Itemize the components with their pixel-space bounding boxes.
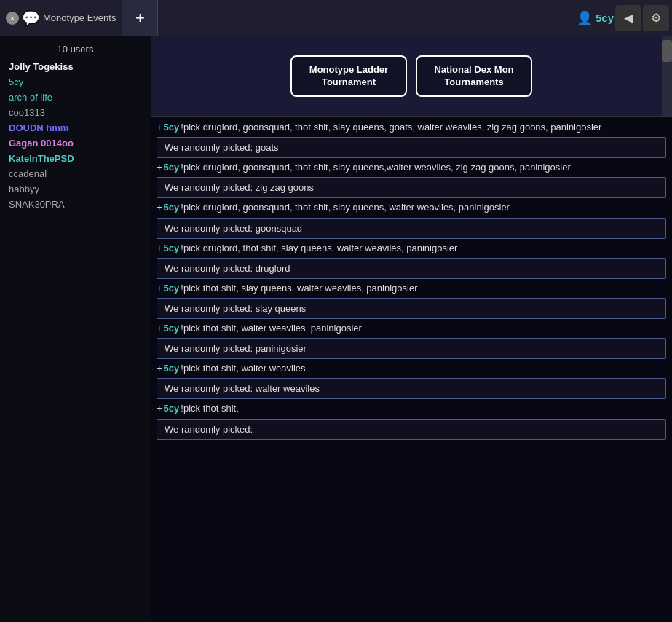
username-display: 👤 5cy bbox=[577, 10, 614, 26]
volume-icon: ◀ bbox=[624, 11, 633, 25]
top-bar: × 💬 Monotype Events + 👤 5cy ◀ ⚙ bbox=[0, 0, 672, 36]
monotype-ladder-button[interactable]: Monotype Ladder Tournament bbox=[290, 55, 407, 98]
chat-username: 5cy bbox=[164, 242, 180, 255]
btn2-line2: Tournaments bbox=[444, 76, 503, 87]
chat-username: 5cy bbox=[164, 282, 180, 295]
list-item[interactable]: Jolly Togekiss bbox=[0, 59, 151, 74]
list-item[interactable]: SNAK30PRA bbox=[0, 197, 151, 212]
chat-username: 5cy bbox=[164, 201, 180, 214]
chat-area: Monotype Ladder Tournament National Dex … bbox=[151, 36, 672, 622]
chat-line: +5cy !pick thot shit, walter weaviles bbox=[157, 362, 666, 375]
chat-icon: 💬 bbox=[22, 9, 40, 27]
top-bar-right: 👤 5cy ◀ ⚙ bbox=[577, 5, 672, 31]
gear-icon: ⚙ bbox=[651, 11, 661, 25]
chat-message-text: !pick thot shit, walter weaviles bbox=[181, 362, 305, 375]
list-item[interactable]: arch of life bbox=[0, 90, 151, 105]
list-item[interactable]: Gagan 0014oo bbox=[0, 135, 151, 151]
close-tab-button[interactable]: × bbox=[6, 12, 19, 25]
list-item[interactable]: DOUDN hmm bbox=[0, 120, 151, 135]
tournament-header: Monotype Ladder Tournament National Dex … bbox=[151, 36, 672, 117]
chat-message-text: !pick thot shit, walter weaviles, panini… bbox=[181, 322, 362, 335]
chat-line: +5cy !pick druglord, goonsquad, thot shi… bbox=[157, 121, 666, 134]
chat-username: 5cy bbox=[164, 362, 180, 375]
add-tab-button[interactable]: + bbox=[122, 0, 158, 36]
chat-message-text: !pick thot shit, bbox=[181, 402, 238, 415]
chat-line: +5cy !pick druglord, goonsquad, thot shi… bbox=[157, 161, 666, 174]
result-box: We randomly picked: paninigosier bbox=[157, 338, 666, 359]
list-item[interactable]: habbyy bbox=[0, 181, 151, 197]
chat-prefix: + bbox=[157, 201, 162, 214]
channel-name: Monotype Events bbox=[43, 12, 116, 23]
result-box: We randomly picked: slay queens bbox=[157, 298, 666, 319]
result-box: We randomly picked: bbox=[157, 419, 666, 440]
list-item[interactable]: 5cy bbox=[0, 74, 151, 90]
chat-line: +5cy !pick thot shit, bbox=[157, 402, 666, 415]
sidebar: 10 users Jolly Togekiss 5cy arch of life… bbox=[0, 36, 151, 622]
chat-prefix: + bbox=[157, 242, 162, 255]
btn1-line1: Monotype Ladder bbox=[309, 64, 388, 75]
chat-message-text: !pick druglord, goonsquad, thot shit, sl… bbox=[181, 201, 510, 214]
btn1-line2: Tournament bbox=[322, 76, 376, 87]
chat-message-text: !pick thot shit, slay queens, walter wea… bbox=[181, 282, 417, 295]
chat-prefix: + bbox=[157, 282, 162, 295]
chat-prefix: + bbox=[157, 402, 162, 415]
result-box: We randomly picked: goonsquad bbox=[157, 218, 666, 239]
scrollbar[interactable] bbox=[662, 36, 672, 116]
chat-username: 5cy bbox=[164, 121, 180, 134]
chat-username: 5cy bbox=[164, 322, 180, 335]
result-box: We randomly picked: walter weaviles bbox=[157, 378, 666, 399]
close-icon: × bbox=[10, 14, 15, 23]
main-layout: 10 users Jolly Togekiss 5cy arch of life… bbox=[0, 36, 672, 622]
chat-username: 5cy bbox=[164, 161, 180, 174]
volume-button[interactable]: ◀ bbox=[615, 5, 641, 31]
user-count: 10 users bbox=[0, 36, 151, 59]
scrollbar-thumb[interactable] bbox=[662, 40, 672, 62]
btn2-line1: National Dex Mon bbox=[434, 64, 513, 75]
result-box: We randomly picked: zig zag goons bbox=[157, 177, 666, 198]
username-label: 5cy bbox=[596, 12, 614, 24]
top-bar-left: × 💬 Monotype Events bbox=[0, 9, 122, 27]
chat-prefix: + bbox=[157, 322, 162, 335]
chat-message-text: !pick druglord, thot shit, slay queens, … bbox=[181, 242, 457, 255]
list-item[interactable]: KateInThePSD bbox=[0, 151, 151, 166]
national-dex-button[interactable]: National Dex Mon Tournaments bbox=[416, 55, 532, 98]
list-item[interactable]: ccadenal bbox=[0, 166, 151, 181]
plus-icon: + bbox=[135, 9, 145, 28]
result-box: We randomly picked: goats bbox=[157, 137, 666, 158]
result-box: We randomly picked: druglord bbox=[157, 258, 666, 279]
chat-messages: +5cy !pick druglord, goonsquad, thot shi… bbox=[151, 117, 672, 622]
chat-line: +5cy !pick thot shit, walter weaviles, p… bbox=[157, 322, 666, 335]
chat-message-text: !pick druglord, goonsquad, thot shit, sl… bbox=[181, 161, 570, 174]
settings-button[interactable]: ⚙ bbox=[643, 5, 669, 31]
chat-line: +5cy !pick druglord, goonsquad, thot shi… bbox=[157, 201, 666, 214]
chat-prefix: + bbox=[157, 161, 162, 174]
chat-username: 5cy bbox=[164, 402, 180, 415]
user-icon: 👤 bbox=[577, 10, 593, 26]
chat-prefix: + bbox=[157, 362, 162, 375]
chat-prefix: + bbox=[157, 121, 162, 134]
chat-message-text: !pick druglord, goonsquad, thot shit, sl… bbox=[181, 121, 601, 134]
list-item[interactable]: coo1313 bbox=[0, 105, 151, 120]
chat-line: +5cy !pick thot shit, slay queens, walte… bbox=[157, 282, 666, 295]
chat-line: +5cy !pick druglord, thot shit, slay que… bbox=[157, 242, 666, 255]
